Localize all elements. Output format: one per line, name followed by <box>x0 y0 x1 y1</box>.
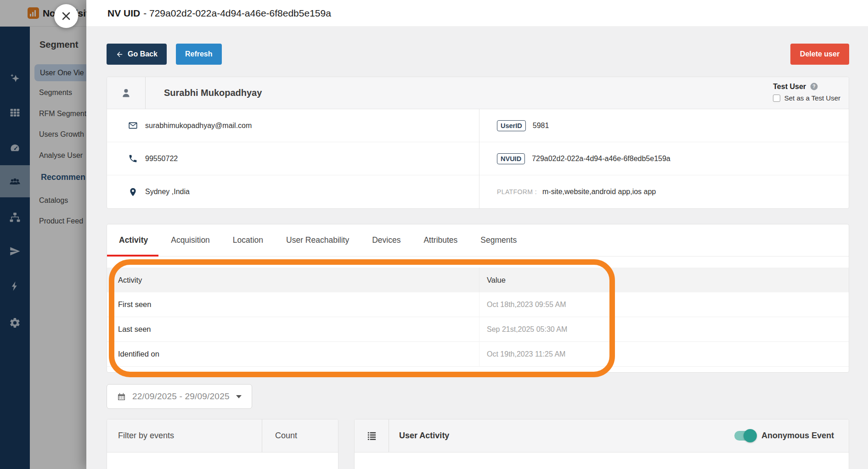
person-icon <box>120 87 132 99</box>
anonymous-event-control: Anonymous Event <box>734 419 849 452</box>
filter-by-events-panel: Filter by events Count <box>107 419 338 469</box>
user-location: Sydney ,India <box>145 188 190 196</box>
delete-user-button[interactable]: Delete user <box>790 44 849 65</box>
test-user-label: Test User <box>773 83 806 91</box>
tab-bar: Activity Acquisition Location User Reach… <box>107 224 849 257</box>
bottom-panels: Filter by events Count User Activity Ano… <box>107 419 849 469</box>
userid-value: 5981 <box>533 122 549 130</box>
page-title-uid: - 729a02d2-022a-4d94-a46e-6f8edb5e159a <box>143 8 331 19</box>
platform-value: m-site,website,android app,ios app <box>542 188 656 196</box>
filter-by-events-header: Filter by events <box>107 419 262 452</box>
arrow-left-icon <box>116 50 124 58</box>
col-header-value: Value <box>479 268 849 292</box>
nvuid-value: 729a02d2-022a-4d94-a46e-6f8edb5e159a <box>532 155 671 163</box>
nvuid-row: NVUID 729a02d2-022a-4d94-a46e-6f8edb5e15… <box>479 142 849 175</box>
table-row: Identified on Oct 19th,2023 11:25 AM <box>107 342 849 367</box>
tabs-card: Activity Acquisition Location User Reach… <box>107 224 849 373</box>
toolbar: Go Back Refresh Delete user <box>107 44 849 65</box>
row-label: Identified on <box>107 342 479 366</box>
user-detail-panel: NV UID - 729a02d2-022a-4d94-a46e-6f8edb5… <box>86 0 868 469</box>
user-card-header: Surabhi Mukopadhyay Test User ? Set as a… <box>107 77 849 109</box>
calendar-icon <box>117 392 126 401</box>
table-header-row: Activity Value <box>107 268 849 292</box>
toggle-knob <box>744 429 757 442</box>
screen: NotifyVisitors <box>0 0 868 469</box>
email-row: surabhimukopadhyay@mail.com <box>107 109 479 142</box>
row-label: First seen <box>107 292 479 317</box>
user-activity-header: User Activity Anonymous Event <box>355 419 849 452</box>
user-card: Surabhi Mukopadhyay Test User ? Set as a… <box>107 77 849 209</box>
avatar <box>107 77 146 109</box>
row-value: Oct 18th,2023 09:55 AM <box>479 292 849 317</box>
user-activity-title: User Activity <box>389 419 449 452</box>
row-value: Sep 21st,2025 05:30 AM <box>479 317 849 341</box>
anonymous-event-label: Anonymous Event <box>761 431 834 441</box>
chevron-down-icon <box>236 395 242 398</box>
table-row: First seen Oct 18th,2023 09:55 AM <box>107 292 849 317</box>
test-user-block: Test User ? Set as a Test User <box>773 80 844 102</box>
tab-segments[interactable]: Segments <box>480 235 517 245</box>
panel-body: Go Back Refresh Delete user Surabhi Muko… <box>86 26 868 469</box>
nvuid-badge: NVUID <box>497 153 525 164</box>
close-icon <box>61 11 71 21</box>
tab-user-reachability[interactable]: User Reachability <box>286 235 349 245</box>
page-title: NV UID - 729a02d2-022a-4d94-a46e-6f8edb5… <box>86 0 868 26</box>
email-icon <box>128 121 138 130</box>
close-button[interactable] <box>54 4 78 28</box>
user-phone: 99550722 <box>145 155 178 163</box>
tab-acquisition[interactable]: Acquisition <box>171 235 210 245</box>
phone-icon <box>128 154 138 163</box>
refresh-button[interactable]: Refresh <box>176 44 222 65</box>
list-icon <box>355 419 389 452</box>
tab-activity[interactable]: Activity <box>119 235 148 245</box>
date-range-picker[interactable]: 22/09/2025 - 29/09/2025 <box>107 384 252 409</box>
userid-row: UserID 5981 <box>479 109 849 142</box>
test-user-row: Test User ? <box>773 80 818 93</box>
date-range-value: 22/09/2025 - 29/09/2025 <box>132 391 230 402</box>
count-header: Count <box>262 419 338 452</box>
platform-label: PLATFORM : <box>497 188 537 195</box>
tab-location[interactable]: Location <box>233 235 263 245</box>
phone-row: 99550722 <box>107 142 479 175</box>
events-panel-header: Filter by events Count <box>107 419 338 452</box>
location-row: Sydney ,India <box>107 175 479 208</box>
contact-column: surabhimukopadhyay@mail.com 99550722 Syd… <box>107 109 479 208</box>
row-value: Oct 19th,2023 11:25 AM <box>479 342 849 366</box>
svg-text:?: ? <box>812 84 815 89</box>
col-header-activity: Activity <box>107 268 479 292</box>
tab-attributes[interactable]: Attributes <box>423 235 457 245</box>
active-tab-indicator <box>107 255 158 257</box>
anonymous-event-toggle[interactable] <box>734 431 755 441</box>
set-test-user-row: Set as a Test User <box>773 94 840 102</box>
go-back-button[interactable]: Go Back <box>107 44 167 65</box>
help-icon[interactable]: ? <box>810 82 818 91</box>
table-row: Last seen Sep 21st,2025 05:30 AM <box>107 317 849 342</box>
set-test-user-checkbox[interactable] <box>773 95 780 102</box>
tab-devices[interactable]: Devices <box>372 235 400 245</box>
user-name: Surabhi Mukopadhyay <box>146 77 262 109</box>
row-label: Last seen <box>107 317 479 341</box>
userid-badge: UserID <box>497 120 526 131</box>
set-test-user-label: Set as a Test User <box>784 94 840 102</box>
location-pin-icon <box>128 187 138 197</box>
ids-column: UserID 5981 NVUID 729a02d2-022a-4d94-a46… <box>479 109 849 208</box>
page-title-prefix: NV UID <box>107 8 140 19</box>
activity-table: Activity Value First seen Oct 18th,2023 … <box>107 268 849 372</box>
platform-row: PLATFORM : m-site,website,android app,io… <box>479 175 849 208</box>
user-email: surabhimukopadhyay@mail.com <box>145 122 252 130</box>
user-activity-panel: User Activity Anonymous Event <box>354 419 849 469</box>
user-card-details: surabhimukopadhyay@mail.com 99550722 Syd… <box>107 109 849 208</box>
